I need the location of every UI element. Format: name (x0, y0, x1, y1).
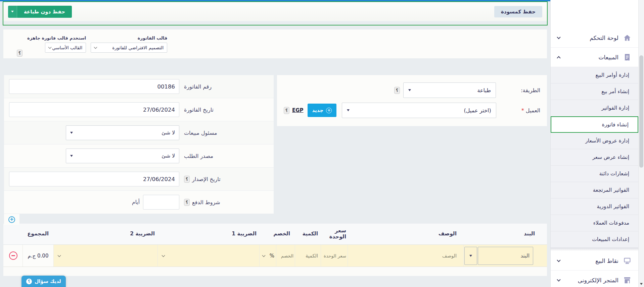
submenu-shadow (551, 248, 638, 251)
chevron-down-icon (48, 45, 52, 49)
invoice-date-row: تاريخ الفاتورة (4, 98, 274, 121)
issue-date-input[interactable] (9, 172, 179, 186)
unit-price-input[interactable] (321, 245, 348, 267)
header-quantity: الكمية (295, 231, 321, 237)
invoice-number-input[interactable] (9, 79, 179, 94)
issue-date-help-icon[interactable]: ؟ (184, 176, 190, 183)
currency-link[interactable]: EGP (292, 107, 304, 113)
question-mark-icon: ؟ (26, 279, 32, 284)
sidebar-item-manage-quotes[interactable]: إدارة عروض الأسعار (551, 133, 638, 149)
page-scrollbar[interactable] (638, 0, 644, 287)
forms-row: الطريقة: طباعة ؟ العميل * (اختر عميل) + (3, 75, 547, 214)
scrollbar-down-arrow-icon[interactable] (640, 283, 643, 285)
chevron-down-icon (262, 253, 266, 257)
client-label-text: العميل (526, 107, 540, 114)
sales-agent-select[interactable]: لا شئ (66, 125, 179, 140)
issue-date-row: تاريخ الإصدار ؟ (4, 168, 274, 191)
sidebar-item-recurring-invoices[interactable]: الفواتير الدورية (551, 198, 638, 215)
caret-down-icon (469, 255, 472, 257)
sidebar-item-create-sale-order[interactable]: إنشاء أمر بيع (551, 83, 638, 100)
sidebar-item-client-payments[interactable]: مدفوعات العملاء (551, 215, 638, 231)
item-input[interactable] (478, 247, 533, 265)
ready-template-group: استخدم قالب فاتورة جاهزة القالب الأساسي (27, 36, 86, 53)
tax2-select-cell[interactable] (53, 245, 157, 267)
issue-date-label: تاريخ الإصدار ؟ (179, 176, 274, 183)
caret-down-icon (11, 11, 14, 12)
client-label: العميل * (496, 107, 540, 114)
currency-help-icon[interactable]: ؟ (284, 107, 289, 114)
method-help-icon[interactable]: ؟ (394, 87, 400, 94)
sidebar-item-online-store[interactable]: المتجر الإلكترونى (551, 271, 638, 287)
chat-widget-button[interactable]: لديك سؤال ؟ (21, 276, 66, 287)
invoice-number-row: رقم الفاتورة (4, 75, 274, 98)
sidebar-item-dashboard[interactable]: لوحة التحكم (551, 28, 638, 48)
toolbar: حفظ كمسودة حفظ دون طباعة (3, 2, 547, 21)
order-source-select[interactable]: لا شئ (66, 149, 179, 163)
invoice-details-card: رقم الفاتورة تاريخ الفاتورة مسئول مبيعات… (4, 75, 274, 214)
invoice-template-select[interactable]: التصميم الافتراضي للفاتورة (91, 43, 167, 53)
quantity-input[interactable] (295, 245, 321, 267)
client-select-placeholder: (اختر عميل) (464, 107, 491, 114)
save-options-caret[interactable] (8, 6, 17, 18)
sidebar-item-sales-settings[interactable]: إعدادات المبيعات (551, 231, 638, 248)
payment-terms-row: شروط الدفع ؟ أيام (4, 191, 274, 214)
template-section: قالب الفاتورة التصميم الافتراضي للفاتورة… (3, 30, 547, 58)
remove-row-cell (4, 245, 22, 267)
item-select-toggle[interactable] (464, 247, 477, 265)
description-cell (348, 245, 463, 267)
ready-template-label: استخدم قالب فاتورة جاهزة (27, 36, 86, 41)
method-select[interactable]: طباعة (403, 82, 496, 98)
sidebar-item-label: المتجر الإلكترونى (560, 277, 618, 284)
sidebar-item-manage-sale-orders[interactable]: إدارة أوامر البيع (551, 67, 638, 83)
invoice-template-group: قالب الفاتورة التصميم الافتراضي للفاتورة (91, 36, 167, 53)
sidebar-item-create-invoice-active[interactable]: إنشاء فاتورة (551, 116, 638, 133)
sidebar-item-returned-invoices[interactable]: الفواتير المرتجعة (551, 182, 638, 198)
header-discount: الخصم (259, 231, 295, 237)
invoice-date-label: تاريخ الفاتورة (179, 107, 274, 113)
sidebar-item-sales[interactable]: المبيعات (551, 48, 638, 67)
chevron-down-icon (58, 253, 61, 257)
payment-terms-input[interactable] (143, 195, 179, 210)
discount-input[interactable] (276, 245, 295, 267)
home-icon (623, 34, 632, 42)
scrollbar-thumb[interactable] (639, 55, 643, 168)
quantity-cell (295, 245, 321, 267)
required-asterisk: * (521, 107, 524, 114)
sales-agent-row: مسئول مبيعات لا شئ (4, 121, 274, 145)
discount-type-cell[interactable]: % (259, 245, 276, 267)
header-tax2: الضريبة 2 (53, 231, 157, 237)
payment-terms-help-icon[interactable]: ؟ (184, 199, 190, 206)
description-input[interactable] (348, 245, 463, 267)
add-field-tab[interactable]: + (4, 214, 19, 225)
discount-cell (276, 245, 295, 267)
template-help-icon[interactable]: ؟ (17, 50, 22, 57)
invoice-items-table: البند الوصف سعر الوحدة الكمية الخصم الضر… (3, 224, 547, 276)
toolbar-highlight-frame: حفظ كمسودة حفظ دون طباعة (3, 1, 548, 25)
save-as-draft-button[interactable]: حفظ كمسودة (494, 6, 542, 17)
tax1-select-cell[interactable] (157, 245, 259, 267)
save-without-print-label[interactable]: حفظ دون طباعة (17, 6, 72, 18)
sidebar-item-create-quote[interactable]: إنشاء عرض سعر (551, 149, 638, 166)
ready-template-select[interactable]: القالب الأساسي (45, 43, 86, 53)
item-row: % 0.00 ج.م (3, 245, 547, 267)
sidebar-item-label: لوحة التحكم (560, 35, 618, 41)
remove-row-button[interactable] (9, 251, 17, 260)
unit-price-cell (321, 245, 348, 267)
chevron-down-icon (94, 45, 97, 49)
sidebar-item-manage-invoices[interactable]: إدارة الفواتير (551, 100, 638, 116)
minus-icon (11, 255, 15, 256)
sidebar-item-pos[interactable]: نقاط البيع (551, 251, 638, 271)
client-select[interactable]: (اختر عميل) (342, 103, 496, 118)
new-client-button[interactable]: + جديد (308, 104, 337, 117)
header-item: البند (463, 231, 547, 237)
sidebar-item-label: نقاط البيع (560, 257, 618, 264)
caret-down-icon (70, 132, 73, 134)
sidebar-item-credit-notes[interactable]: إشعارات دائنة (551, 166, 638, 182)
invoice-date-input[interactable] (9, 102, 179, 117)
save-without-print-split-button[interactable]: حفظ دون طباعة (8, 6, 72, 18)
header-tax1: الضريبة 1 (157, 231, 259, 237)
method-label: الطريقة: (496, 87, 540, 94)
issue-date-label-text: تاريخ الإصدار (192, 176, 221, 182)
chat-widget-label: لديك سؤال (35, 279, 61, 284)
invoice-details-wrap: رقم الفاتورة تاريخ الفاتورة مسئول مبيعات… (4, 75, 274, 214)
